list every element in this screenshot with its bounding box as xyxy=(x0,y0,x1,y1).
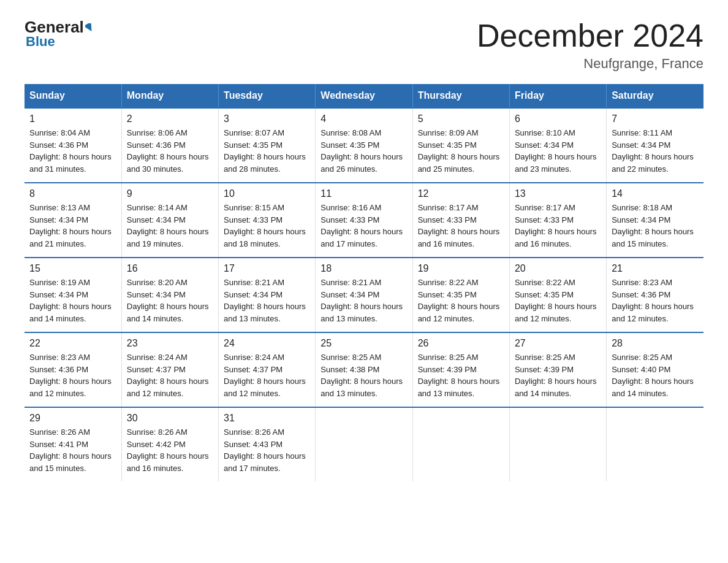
table-row: 12 Sunrise: 8:17 AMSunset: 4:33 PMDaylig… xyxy=(412,183,509,258)
day-number: 17 xyxy=(224,263,310,274)
logo-blue: Blue xyxy=(25,34,55,50)
table-row: 6 Sunrise: 8:10 AMSunset: 4:34 PMDayligh… xyxy=(509,108,606,183)
table-row: 4 Sunrise: 8:08 AMSunset: 4:35 PMDayligh… xyxy=(316,108,412,183)
day-info: Sunrise: 8:22 AMSunset: 4:35 PMDaylight:… xyxy=(418,277,504,324)
day-info: Sunrise: 8:07 AMSunset: 4:35 PMDaylight:… xyxy=(224,127,310,175)
day-number: 15 xyxy=(29,263,116,274)
table-row: 11 Sunrise: 8:16 AMSunset: 4:33 PMDaylig… xyxy=(316,183,412,258)
day-number: 4 xyxy=(320,113,407,124)
table-row: 25 Sunrise: 8:25 AMSunset: 4:38 PMDaylig… xyxy=(316,332,412,407)
table-row: 13 Sunrise: 8:17 AMSunset: 4:33 PMDaylig… xyxy=(509,183,606,258)
day-number: 24 xyxy=(224,338,310,349)
table-row xyxy=(509,407,606,481)
day-number: 30 xyxy=(127,413,213,424)
day-info: Sunrise: 8:20 AMSunset: 4:34 PMDaylight:… xyxy=(127,277,213,324)
calendar-week-row: 8 Sunrise: 8:13 AMSunset: 4:34 PMDayligh… xyxy=(25,183,703,258)
day-info: Sunrise: 8:25 AMSunset: 4:39 PMDaylight:… xyxy=(515,351,601,399)
calendar-table: Sunday Monday Tuesday Wednesday Thursday… xyxy=(25,84,703,481)
table-row: 27 Sunrise: 8:25 AMSunset: 4:39 PMDaylig… xyxy=(509,332,606,407)
day-info: Sunrise: 8:25 AMSunset: 4:39 PMDaylight:… xyxy=(418,351,504,399)
day-info: Sunrise: 8:09 AMSunset: 4:35 PMDaylight:… xyxy=(418,127,504,175)
page-header: General Blue December 2024 Neufgrange, F… xyxy=(25,18,703,72)
day-number: 22 xyxy=(29,338,116,349)
day-info: Sunrise: 8:11 AMSunset: 4:34 PMDaylight:… xyxy=(612,127,699,175)
day-info: Sunrise: 8:26 AMSunset: 4:42 PMDaylight:… xyxy=(127,426,213,474)
day-info: Sunrise: 8:17 AMSunset: 4:33 PMDaylight:… xyxy=(418,202,504,250)
day-number: 6 xyxy=(515,113,601,124)
day-number: 8 xyxy=(29,188,116,199)
day-info: Sunrise: 8:26 AMSunset: 4:43 PMDaylight:… xyxy=(224,426,310,474)
table-row: 31 Sunrise: 8:26 AMSunset: 4:43 PMDaylig… xyxy=(219,407,316,481)
col-saturday: Saturday xyxy=(607,84,703,108)
day-info: Sunrise: 8:23 AMSunset: 4:36 PMDaylight:… xyxy=(29,351,116,399)
page-subtitle: Neufgrange, France xyxy=(477,56,703,72)
table-row: 30 Sunrise: 8:26 AMSunset: 4:42 PMDaylig… xyxy=(121,407,218,481)
table-row: 2 Sunrise: 8:06 AMSunset: 4:36 PMDayligh… xyxy=(121,108,218,183)
day-info: Sunrise: 8:17 AMSunset: 4:33 PMDaylight:… xyxy=(515,202,601,250)
day-number: 23 xyxy=(127,338,213,349)
calendar-week-row: 1 Sunrise: 8:04 AMSunset: 4:36 PMDayligh… xyxy=(25,108,703,183)
table-row: 15 Sunrise: 8:19 AMSunset: 4:34 PMDaylig… xyxy=(25,258,121,332)
col-tuesday: Tuesday xyxy=(219,84,316,108)
day-number: 9 xyxy=(127,188,213,199)
table-row: 1 Sunrise: 8:04 AMSunset: 4:36 PMDayligh… xyxy=(25,108,121,183)
table-row: 26 Sunrise: 8:25 AMSunset: 4:39 PMDaylig… xyxy=(412,332,509,407)
table-row: 21 Sunrise: 8:23 AMSunset: 4:36 PMDaylig… xyxy=(607,258,703,332)
logo-triangle-icon xyxy=(84,18,94,36)
day-number: 1 xyxy=(29,113,116,124)
day-number: 26 xyxy=(418,338,504,349)
table-row: 17 Sunrise: 8:21 AMSunset: 4:34 PMDaylig… xyxy=(219,258,316,332)
table-row: 23 Sunrise: 8:24 AMSunset: 4:37 PMDaylig… xyxy=(121,332,218,407)
table-row: 24 Sunrise: 8:24 AMSunset: 4:37 PMDaylig… xyxy=(219,332,316,407)
day-number: 14 xyxy=(612,188,699,199)
day-info: Sunrise: 8:15 AMSunset: 4:33 PMDaylight:… xyxy=(224,202,310,250)
table-row: 14 Sunrise: 8:18 AMSunset: 4:34 PMDaylig… xyxy=(607,183,703,258)
table-row: 10 Sunrise: 8:15 AMSunset: 4:33 PMDaylig… xyxy=(219,183,316,258)
day-info: Sunrise: 8:06 AMSunset: 4:36 PMDaylight:… xyxy=(127,127,213,175)
day-info: Sunrise: 8:04 AMSunset: 4:36 PMDaylight:… xyxy=(29,127,116,175)
day-number: 29 xyxy=(29,413,116,424)
table-row: 3 Sunrise: 8:07 AMSunset: 4:35 PMDayligh… xyxy=(219,108,316,183)
day-info: Sunrise: 8:22 AMSunset: 4:35 PMDaylight:… xyxy=(515,277,601,324)
day-number: 7 xyxy=(612,113,699,124)
day-info: Sunrise: 8:14 AMSunset: 4:34 PMDaylight:… xyxy=(127,202,213,250)
table-row xyxy=(412,407,509,481)
day-number: 12 xyxy=(418,188,504,199)
day-number: 10 xyxy=(224,188,310,199)
table-row: 28 Sunrise: 8:25 AMSunset: 4:40 PMDaylig… xyxy=(607,332,703,407)
day-info: Sunrise: 8:21 AMSunset: 4:34 PMDaylight:… xyxy=(320,277,407,324)
table-row: 7 Sunrise: 8:11 AMSunset: 4:34 PMDayligh… xyxy=(607,108,703,183)
day-info: Sunrise: 8:25 AMSunset: 4:38 PMDaylight:… xyxy=(320,351,407,399)
day-info: Sunrise: 8:26 AMSunset: 4:41 PMDaylight:… xyxy=(29,426,116,474)
day-info: Sunrise: 8:10 AMSunset: 4:34 PMDaylight:… xyxy=(515,127,601,175)
day-info: Sunrise: 8:25 AMSunset: 4:40 PMDaylight:… xyxy=(612,351,699,399)
day-info: Sunrise: 8:08 AMSunset: 4:35 PMDaylight:… xyxy=(320,127,407,175)
calendar-header-row: Sunday Monday Tuesday Wednesday Thursday… xyxy=(25,84,703,108)
day-number: 2 xyxy=(127,113,213,124)
day-number: 19 xyxy=(418,263,504,274)
table-row: 16 Sunrise: 8:20 AMSunset: 4:34 PMDaylig… xyxy=(121,258,218,332)
day-number: 31 xyxy=(224,413,310,424)
logo: General Blue xyxy=(25,18,94,50)
table-row: 8 Sunrise: 8:13 AMSunset: 4:34 PMDayligh… xyxy=(25,183,121,258)
day-number: 27 xyxy=(515,338,601,349)
table-row: 18 Sunrise: 8:21 AMSunset: 4:34 PMDaylig… xyxy=(316,258,412,332)
col-sunday: Sunday xyxy=(25,84,121,108)
day-number: 3 xyxy=(224,113,310,124)
day-info: Sunrise: 8:21 AMSunset: 4:34 PMDaylight:… xyxy=(224,277,310,324)
day-info: Sunrise: 8:19 AMSunset: 4:34 PMDaylight:… xyxy=(29,277,116,324)
day-info: Sunrise: 8:16 AMSunset: 4:33 PMDaylight:… xyxy=(320,202,407,250)
day-number: 18 xyxy=(320,263,407,274)
col-monday: Monday xyxy=(121,84,218,108)
table-row: 20 Sunrise: 8:22 AMSunset: 4:35 PMDaylig… xyxy=(509,258,606,332)
day-number: 5 xyxy=(418,113,504,124)
day-info: Sunrise: 8:13 AMSunset: 4:34 PMDaylight:… xyxy=(29,202,116,250)
day-number: 13 xyxy=(515,188,601,199)
table-row xyxy=(607,407,703,481)
day-number: 11 xyxy=(320,188,407,199)
page-title: December 2024 xyxy=(477,18,703,53)
day-info: Sunrise: 8:18 AMSunset: 4:34 PMDaylight:… xyxy=(612,202,699,250)
col-thursday: Thursday xyxy=(412,84,509,108)
day-info: Sunrise: 8:24 AMSunset: 4:37 PMDaylight:… xyxy=(127,351,213,399)
day-number: 28 xyxy=(612,338,699,349)
